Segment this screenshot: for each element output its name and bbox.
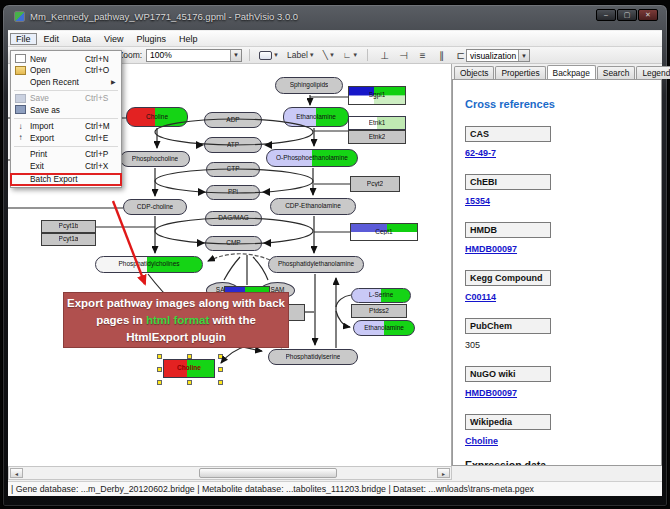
crossref-header-kegg-compound: Kegg Compound (465, 270, 551, 286)
menu-item-new[interactable]: NewCtrl+N (11, 53, 121, 65)
node-etnk2[interactable]: Etnk2 (348, 130, 406, 144)
zoom-combobox[interactable]: 100% ▼ (146, 49, 242, 62)
node-label: Pcyt1a (59, 236, 79, 243)
menu-item-open-recent[interactable]: Open Recent▶ (11, 76, 121, 88)
node-label: Choline (177, 365, 201, 372)
node-cdp-ethanolamine[interactable]: CDP-Ethanolamine (270, 198, 356, 215)
stack-horizontal-icon[interactable]: ∥ (434, 49, 449, 62)
node-etnk1[interactable]: Etnk1 (348, 116, 406, 130)
horizontal-scrollbar[interactable]: ◂ ▸ (8, 466, 452, 480)
menubar-item-file[interactable]: File (10, 33, 37, 45)
node-label: CTP (227, 166, 240, 173)
selection-handle[interactable] (218, 367, 223, 372)
menu-item-batch-export[interactable]: Batch Export (11, 174, 121, 186)
crossref-link[interactable]: Choline (465, 436, 661, 446)
crossref-link[interactable]: 15354 (465, 196, 661, 206)
node-dag-mag[interactable]: DAG/MAG (205, 211, 262, 226)
selection-handle[interactable] (157, 380, 162, 385)
node-choline-selected[interactable]: Choline (163, 359, 215, 378)
scroll-left-icon[interactable]: ◂ (10, 468, 23, 478)
line-tool-button[interactable]: ╲ ▼ (321, 48, 337, 62)
menu-item-import[interactable]: ↓ImportCtrl+M (11, 121, 121, 133)
node-label: Etnk1 (369, 120, 386, 127)
node-label: ATP (227, 142, 239, 149)
node-sphingolipids[interactable]: Sphingolipids (275, 77, 343, 94)
menu-item-exit[interactable]: ExitCtrl+X (11, 160, 121, 172)
tab-legend[interactable]: Legend (636, 66, 670, 79)
menubar-item-plugins[interactable]: Plugins (130, 33, 172, 45)
node-cept1[interactable]: Cept1 (350, 223, 418, 241)
node-phosphatidylserine[interactable]: Phosphatidylserine (268, 349, 358, 365)
node-phosphatidylcholines[interactable]: Phosphatidylcholines (95, 256, 203, 273)
menu-item-export[interactable]: ↑ExportCtrl+E (11, 132, 121, 144)
crossref-link[interactable]: 62-49-7 (465, 148, 661, 158)
node-pcyt2[interactable]: Pcyt2 (350, 176, 400, 192)
menu-item-save-as[interactable]: Save as (11, 104, 121, 116)
node-pcyt1a[interactable]: Pcyt1a (41, 233, 96, 246)
tab-search[interactable]: Search (597, 66, 636, 79)
backpage-content[interactable]: Cross references CAS62-49-7ChEBI15354HMD… (452, 79, 662, 466)
menubar-item-view[interactable]: View (98, 33, 129, 45)
node-phosphocholine[interactable]: Phosphocholine (120, 151, 190, 167)
node-phosphatidylethanolamine[interactable]: Phosphatidylethanolamine (268, 256, 364, 273)
stack-vertical-icon[interactable]: ≡ (415, 49, 430, 62)
connector-tool-button[interactable]: ∟ ▼ (341, 48, 360, 62)
minimize-button[interactable]: – (596, 9, 616, 21)
scrollbar-thumb[interactable] (199, 468, 337, 478)
menubar-item-data[interactable]: Data (66, 33, 97, 45)
crossref-link[interactable]: HMDB00097 (465, 244, 661, 254)
label-tool-button[interactable]: Label ▼ (285, 48, 317, 62)
crossref-link[interactable]: HMDB00097 (465, 388, 661, 398)
chevron-down-icon: ▼ (309, 52, 315, 58)
chevron-down-icon[interactable]: ▼ (230, 50, 241, 61)
tab-properties[interactable]: Properties (495, 66, 545, 79)
none-icon (15, 175, 26, 184)
selection-handle[interactable] (157, 367, 162, 372)
crossref-link[interactable]: C00114 (465, 292, 661, 302)
titlebar[interactable]: Mm_Kennedy_pathway_WP1771_45176.gpml - P… (14, 11, 298, 22)
scroll-right-icon[interactable]: ▸ (437, 468, 450, 478)
node-ethanolamine-bottom[interactable]: Ethanolamine (353, 320, 415, 336)
menu-item-label: Save as (30, 105, 85, 115)
tab-backpage[interactable]: Backpage (547, 65, 596, 79)
gene-tool-button[interactable]: ▼ (257, 48, 281, 62)
visualization-combobox[interactable]: visualization ▼ (466, 49, 530, 62)
node-l-serine[interactable]: L-Serine (351, 288, 411, 303)
selection-handle[interactable] (157, 354, 162, 359)
align-center-horizontal-icon[interactable]: ⊥ (377, 49, 392, 62)
node-o-phosphoethanolamine[interactable]: O-Phosphoethanolamine (266, 149, 358, 167)
new-icon (15, 54, 26, 63)
menu-item-open[interactable]: OpenCtrl+O (11, 65, 121, 77)
chevron-down-icon[interactable]: ▼ (518, 50, 529, 61)
node-sgpl1[interactable]: Sgpl1 (348, 86, 406, 105)
node-pcyt1b[interactable]: Pcyt1b (41, 220, 96, 233)
export-icon: ↑ (15, 133, 26, 142)
node-adp[interactable]: ADP (204, 112, 262, 128)
menubar-item-edit[interactable]: Edit (38, 33, 66, 45)
none-icon (15, 150, 26, 159)
node-ppi[interactable]: PPi (206, 185, 260, 200)
node-choline-top[interactable]: Choline (126, 107, 188, 127)
maximize-button[interactable]: ▢ (617, 9, 637, 21)
gene-node-icon (259, 51, 272, 60)
tab-objects[interactable]: Objects (454, 66, 494, 79)
node-cmp[interactable]: CMP (205, 236, 262, 251)
node-ctp[interactable]: CTP (206, 162, 260, 177)
align-center-vertical-icon[interactable]: ⊣ (396, 49, 411, 62)
selection-handle[interactable] (218, 380, 223, 385)
menu-item-label: New (30, 54, 85, 64)
menu-shortcut: Ctrl+M (85, 121, 117, 131)
menubar-item-help[interactable]: Help (173, 33, 204, 45)
selection-handle[interactable] (187, 380, 192, 385)
menu-shortcut: Ctrl+S (85, 93, 117, 103)
menu-item-label: Open (30, 65, 85, 75)
menu-shortcut: Ctrl+N (85, 54, 117, 64)
node-cdp-choline[interactable]: CDP-choline (123, 199, 187, 215)
menu-item-print[interactable]: PrintCtrl+P (11, 149, 121, 161)
node-ptdss2[interactable]: Ptdss2 (351, 304, 407, 318)
close-button[interactable]: ✕ (638, 9, 658, 21)
selection-handle[interactable] (218, 354, 223, 359)
selection-handle[interactable] (187, 354, 192, 359)
node-ethanolamine-top[interactable]: Ethanolamine (283, 107, 349, 127)
node-atp[interactable]: ATP (204, 137, 262, 153)
